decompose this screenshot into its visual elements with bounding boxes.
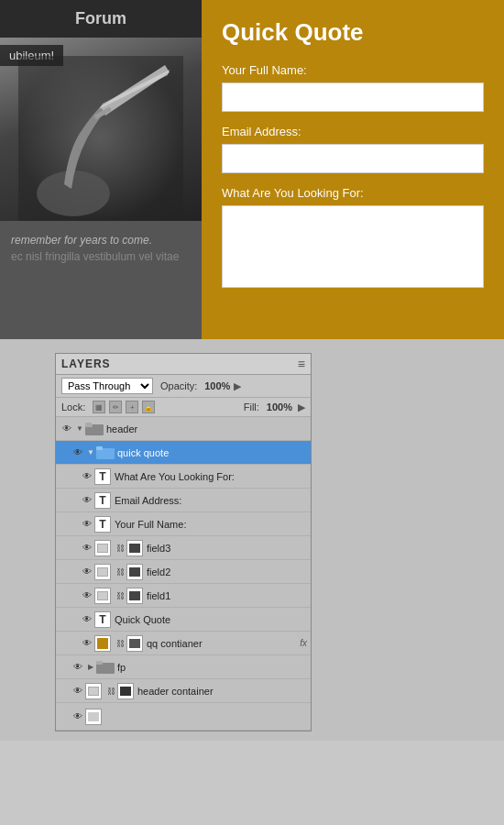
expand-arrow-quick-quote[interactable]: ▼: [85, 447, 96, 458]
layers-section: LAYERS ≡ Pass Through Opacity: 100% ▶ Lo…: [0, 339, 504, 741]
layer-name-field1: field1: [147, 590, 311, 601]
layer-name-field2: field2: [147, 566, 311, 578]
layer-row-qq-container[interactable]: 👁 ⛓ qq contianer fx: [56, 632, 311, 655]
text-icon-fullname-text: T: [94, 516, 111, 533]
svg-rect-5: [85, 423, 92, 426]
layers-toolbar: Pass Through Opacity: 100% ▶: [56, 375, 311, 398]
mask-thumb-field1: [126, 588, 143, 604]
chain-icon-qq-container: ⛓: [116, 639, 125, 648]
layer-name-fullname-text: Your Full Name:: [115, 519, 311, 530]
lock-image-icon[interactable]: ✏: [109, 401, 122, 413]
layers-panel-header: LAYERS ≡: [56, 354, 311, 375]
fill-label: Fill:: [244, 402, 259, 412]
layer-row-quick-quote[interactable]: 👁 ▼ quick quote: [56, 441, 311, 465]
layer-row-extra[interactable]: 👁: [56, 703, 311, 731]
eye-icon-header[interactable]: 👁: [60, 422, 74, 436]
eye-icon-field2[interactable]: 👁: [80, 565, 94, 579]
expand-arrow-header[interactable]: ▼: [74, 424, 85, 434]
shape-thumb-field3: [94, 540, 111, 556]
layer-row-qq-title[interactable]: 👁 T Quick Quote: [56, 608, 311, 632]
layers-panel: LAYERS ≡ Pass Through Opacity: 100% ▶ Lo…: [55, 353, 312, 732]
mask-thumb-qq-container: [126, 635, 143, 652]
layer-name-qq-title: Quick Quote: [115, 614, 311, 625]
fill-arrow[interactable]: ▶: [298, 402, 305, 413]
fullname-label: Your Full Name:: [222, 63, 484, 77]
layer-row-field3[interactable]: 👁 ⛓ field3: [56, 536, 311, 560]
mask-thumb-field3: [126, 540, 143, 556]
mask-thumb-header-container: [117, 683, 134, 699]
folder-icon-header: [85, 422, 104, 436]
layer-row-header-container[interactable]: 👁 ⛓ header container: [56, 679, 311, 703]
fill-value: 100%: [267, 402, 292, 412]
layer-name-header-container: header container: [137, 686, 311, 697]
sword-illustration: [18, 56, 183, 221]
top-section: Forum ubileum!: [0, 0, 504, 339]
layers-menu-icon[interactable]: ≡: [298, 357, 305, 371]
eye-icon-fullname-text[interactable]: 👁: [80, 517, 94, 532]
folder-icon-quick-quote: [96, 446, 115, 460]
shape-thumb-header-container: [85, 683, 102, 699]
chain-icon-field3: ⛓: [116, 544, 125, 553]
eye-icon-field1[interactable]: 👁: [80, 588, 94, 603]
layers-list: 👁 ▼ header 👁 ▼ quick quote: [56, 417, 311, 731]
forum-label: Forum: [75, 9, 126, 28]
mask-thumb-field2: [126, 564, 143, 580]
forum-image-area: ubileum!: [0, 38, 202, 221]
shape-thumb-extra: [85, 709, 102, 725]
lock-pixels-icon[interactable]: ▦: [93, 401, 105, 413]
eye-icon-fp[interactable]: 👁: [71, 660, 85, 675]
eye-icon-header-container[interactable]: 👁: [71, 684, 85, 698]
eye-icon-extra[interactable]: 👁: [71, 710, 85, 724]
eye-icon-qq-title[interactable]: 👁: [80, 612, 94, 627]
chain-icon-header-container: ⛓: [107, 687, 115, 696]
fullname-input[interactable]: [222, 82, 484, 112]
fx-badge-qq-container: fx: [300, 638, 307, 648]
layer-name-what-text: What Are You Looking For:: [115, 471, 311, 482]
left-sub-text: ec nisl fringilla vestibulum vel vitae: [11, 250, 179, 263]
layer-row-what-text[interactable]: 👁 T What Are You Looking For:: [56, 465, 311, 489]
lock-all-icon[interactable]: 🔒: [142, 401, 155, 413]
opacity-label: Opacity:: [160, 380, 197, 391]
expand-arrow-fp[interactable]: ▶: [85, 662, 96, 673]
shape-thumb-field1: [94, 588, 111, 604]
layer-row-field1[interactable]: 👁 ⛓ field1: [56, 584, 311, 608]
lock-icons: ▦ ✏ + 🔒: [93, 401, 155, 413]
layer-row-email-text[interactable]: 👁 T Email Address:: [56, 489, 311, 512]
svg-rect-9: [96, 661, 103, 665]
quick-quote-title: Quick Quote: [222, 18, 484, 47]
layer-name-quick-quote: quick quote: [117, 447, 311, 458]
blend-mode-select[interactable]: Pass Through: [61, 378, 153, 394]
lock-label: Lock:: [61, 402, 85, 412]
text-icon-qq-title: T: [94, 611, 111, 628]
eye-icon-qq-container[interactable]: 👁: [80, 636, 94, 651]
lock-position-icon[interactable]: +: [126, 401, 138, 413]
quick-quote-panel: Quick Quote Your Full Name: Email Addres…: [202, 0, 504, 339]
shape-thumb-qq-container: [94, 635, 111, 652]
layer-name-qq-container: qq contianer: [147, 638, 300, 649]
layer-name-fp: fp: [117, 662, 311, 673]
chain-icon-field1: ⛓: [116, 591, 125, 600]
email-label: Email Address:: [222, 125, 484, 138]
layers-title: LAYERS: [61, 358, 111, 370]
opacity-arrow[interactable]: ▶: [234, 380, 241, 392]
left-text-area: remember for years to come. ec nisl frin…: [0, 221, 202, 276]
folder-icon-fp: [96, 660, 115, 675]
eye-icon-quick-quote[interactable]: 👁: [71, 446, 85, 460]
layer-row-header[interactable]: 👁 ▼ header: [56, 417, 311, 441]
left-highlight-text: remember for years to come.: [11, 234, 152, 247]
layer-name-header: header: [106, 424, 311, 434]
layer-row-field2[interactable]: 👁 ⛓ field2: [56, 560, 311, 584]
eye-icon-email-text[interactable]: 👁: [80, 493, 94, 508]
looking-for-textarea[interactable]: [222, 205, 484, 288]
shape-thumb-field2: [94, 564, 111, 580]
eye-icon-field3[interactable]: 👁: [80, 541, 94, 556]
text-icon-email-text: T: [94, 492, 111, 509]
eye-icon-what-text[interactable]: 👁: [80, 469, 94, 484]
chain-icon-field2: ⛓: [116, 567, 125, 577]
email-input[interactable]: [222, 144, 484, 173]
lock-row: Lock: ▦ ✏ + 🔒 Fill: 100% ▶: [56, 398, 311, 417]
layer-row-fp[interactable]: 👁 ▶ fp: [56, 655, 311, 679]
left-panel: Forum ubileum!: [0, 0, 202, 339]
layer-name-email-text: Email Address:: [115, 495, 311, 506]
layer-row-fullname-text[interactable]: 👁 T Your Full Name:: [56, 512, 311, 536]
